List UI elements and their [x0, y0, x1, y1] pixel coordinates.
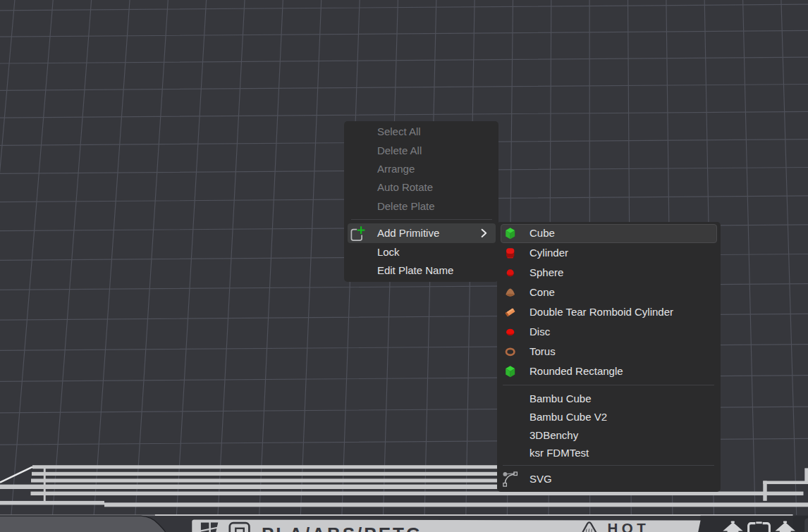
svg-text:HOT: HOT: [608, 520, 650, 532]
svg-text:PLA/ABS/PETG: PLA/ABS/PETG: [262, 524, 422, 532]
